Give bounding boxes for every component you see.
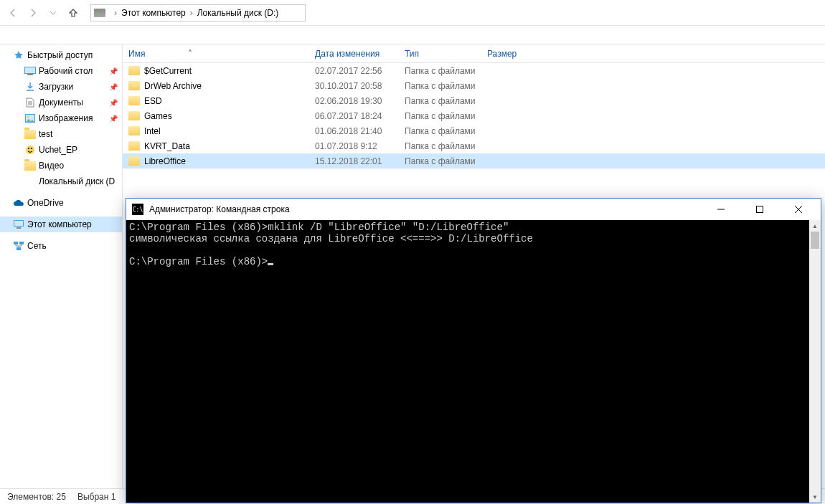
table-row[interactable]: Games06.07.2017 18:24Папка с файлами [123,108,825,123]
cell-date: 15.12.2018 22:01 [309,156,399,166]
sidebar-item[interactable]: Uchet_EP [0,142,122,158]
folder-icon [128,96,140,105]
cell-date: 01.06.2018 21:40 [309,126,399,136]
column-header-date[interactable]: Дата изменения [309,44,399,62]
sidebar-item-label: test [39,129,52,139]
sidebar-item[interactable]: test [0,126,122,142]
sidebar-item-label: Этот компьютер [27,219,92,229]
maximize-button[interactable] [743,199,776,220]
sidebar-item-label: Документы [39,98,83,108]
sidebar-item-label: Видео [39,161,64,171]
breadcrumb[interactable]: › Этот компьютер › Локальный диск (D:) [110,8,278,18]
svg-point-6 [26,146,34,154]
folder-icon [128,111,140,120]
sort-arrow-icon: ˄ [188,49,192,59]
column-header-type[interactable]: Тип [399,44,481,62]
cmd-titlebar[interactable]: C:\ Администратор: Командная строка [126,199,821,220]
up-button[interactable] [65,4,82,22]
sidebar-item-label: Сеть [27,241,47,251]
forward-button[interactable] [24,4,42,22]
svg-rect-15 [757,206,763,213]
address-bar[interactable]: › Этот компьютер › Локальный диск (D:) [90,4,306,22]
table-row[interactable]: LibreOffice15.12.2018 22:01Папка с файла… [123,153,825,168]
pin-icon: 📌 [109,99,118,107]
sidebar-item-label: OneDrive [27,198,64,208]
svg-rect-11 [16,227,21,229]
table-row[interactable]: $GetCurrent02.07.2017 22:56Папка с файла… [123,63,825,78]
column-header-row: Имя˄ Дата изменения Тип Размер [123,44,825,63]
cmd-output[interactable]: C:\Program Files (x86)>mklink /D "LibreO… [126,220,809,503]
svg-rect-1 [25,67,35,73]
cell-name: Intel [123,126,309,136]
cell-type: Папка с файлами [399,96,481,106]
cell-name: KVRT_Data [123,141,309,151]
folder-icon [128,126,140,135]
recent-dropdown[interactable] [44,4,62,22]
sidebar-item-label: Рабочий стол [39,66,93,76]
network-icon [13,240,24,252]
cmd-icon: C:\ [132,204,143,215]
minimize-button[interactable] [704,199,737,220]
svg-rect-13 [19,242,24,244]
sidebar-this-pc[interactable]: Этот компьютер [0,217,122,232]
scroll-up-icon[interactable]: ▲ [809,220,821,232]
cell-type: Папка с файлами [399,141,481,151]
svg-rect-10 [14,221,23,226]
monitor-icon [13,219,24,230]
cmd-title-text: Администратор: Командная строка [149,204,699,214]
breadcrumb-segment[interactable]: Локальный диск (D:) [197,8,279,18]
table-row[interactable]: ESD02.06.2018 19:30Папка с файлами [123,93,825,108]
app-icon [24,144,36,156]
cell-type: Папка с файлами [399,156,481,166]
cell-date: 30.10.2017 20:58 [309,81,399,91]
svg-point-7 [28,148,29,149]
folder-icon [128,141,140,151]
cmd-scrollbar[interactable]: ▲ ▼ [809,220,821,503]
pin-icon: 📌 [109,83,118,91]
cell-name: DrWeb Archive [123,81,309,91]
column-header-name[interactable]: Имя˄ [123,44,309,62]
sidebar-item[interactable]: Загрузки📌 [0,79,122,95]
cell-date: 06.07.2017 18:24 [309,111,399,121]
back-button[interactable] [4,4,22,22]
drive-icon [94,9,105,17]
sidebar-item-label: Загрузки [39,82,73,92]
folder-icon [24,128,36,140]
sidebar-item-label: Изображения [39,113,93,123]
cell-name: $GetCurrent [123,66,309,76]
scroll-down-icon[interactable]: ▼ [809,491,821,503]
sidebar-item[interactable]: Документы📌 [0,95,122,110]
sidebar-onedrive[interactable]: OneDrive [0,195,122,211]
cell-date: 01.07.2018 9:12 [309,141,399,151]
sidebar-item-label: Быстрый доступ [27,50,93,60]
drive-icon [24,176,36,187]
table-row[interactable]: Intel01.06.2018 21:40Папка с файлами [123,123,825,138]
sidebar-item[interactable]: Рабочий стол📌 [0,63,122,79]
download-icon [24,81,36,92]
column-header-size[interactable]: Размер [481,44,539,62]
table-row[interactable]: KVRT_Data01.07.2018 9:12Папка с файлами [123,138,825,153]
sidebar-item[interactable]: Изображения📌 [0,110,122,126]
close-button[interactable] [782,199,815,220]
cell-type: Папка с файлами [399,126,481,136]
document-icon [24,97,36,108]
pin-icon: 📌 [109,67,118,75]
folder-icon [128,81,140,90]
sidebar-network[interactable]: Сеть [0,238,122,254]
sidebar-quick-access[interactable]: Быстрый доступ [0,47,122,63]
breadcrumb-segment[interactable]: Этот компьютер [121,8,186,18]
sidebar-item[interactable]: Локальный диск (D [0,173,122,189]
table-row[interactable]: DrWeb Archive30.10.2017 20:58Папка с фай… [123,78,825,93]
cell-name: Games [123,111,309,121]
svg-rect-12 [14,242,18,244]
cell-name: ESD [123,96,309,106]
sidebar-item-label: Uchet_EP [39,145,77,155]
pin-icon: 📌 [109,115,118,123]
star-icon [13,49,24,61]
sidebar-item[interactable]: Видео [0,158,122,173]
scroll-thumb[interactable] [811,232,819,249]
command-prompt-window: C:\ Администратор: Командная строка C:\P… [126,198,821,503]
cell-date: 02.07.2017 22:56 [309,66,399,76]
cell-type: Папка с файлами [399,111,481,121]
folder-icon [128,156,140,166]
